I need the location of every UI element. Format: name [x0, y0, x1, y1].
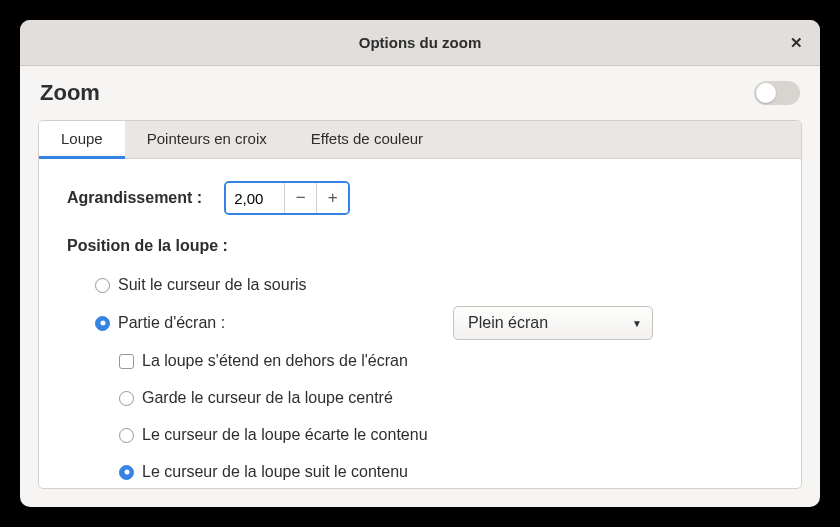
- radio-icon: [119, 428, 134, 443]
- magnification-input[interactable]: [226, 183, 284, 213]
- suboption-label: La loupe s'étend en dehors de l'écran: [142, 352, 408, 370]
- radio-icon: [95, 316, 110, 331]
- zoom-options-window: Options du zoom ✕ Zoom Loupe Pointeurs e…: [20, 20, 820, 507]
- zoom-heading: Zoom: [40, 80, 100, 106]
- suboption-follows[interactable]: Le curseur de la loupe suit le contenu: [119, 456, 773, 488]
- suboption-extends[interactable]: La loupe s'étend en dehors de l'écran: [119, 345, 773, 377]
- radio-icon: [119, 391, 134, 406]
- checkbox-icon: [119, 354, 134, 369]
- zoom-header: Zoom: [20, 66, 820, 120]
- tab-loupe[interactable]: Loupe: [39, 121, 125, 159]
- content-area: Loupe Pointeurs en croix Effets de coule…: [38, 120, 802, 489]
- panel-loupe: Agrandissement : − + Position de la loup…: [39, 159, 801, 489]
- magnification-spin: − +: [224, 181, 350, 215]
- close-icon: ✕: [790, 34, 803, 52]
- magnification-label: Agrandissement :: [67, 189, 202, 207]
- suboption-centered[interactable]: Garde le curseur de la loupe centré: [119, 382, 773, 414]
- tab-effets[interactable]: Effets de couleur: [289, 121, 445, 159]
- titlebar: Options du zoom ✕: [20, 20, 820, 66]
- magnification-decrement[interactable]: −: [284, 183, 316, 213]
- zoom-toggle[interactable]: [754, 81, 800, 105]
- close-button[interactable]: ✕: [784, 31, 808, 55]
- suboption-pushes[interactable]: Le curseur de la loupe écarte le contenu: [119, 419, 773, 451]
- tab-bar: Loupe Pointeurs en croix Effets de coule…: [39, 121, 801, 159]
- screen-part-suboptions: La loupe s'étend en dehors de l'écran Ga…: [95, 345, 773, 488]
- radio-icon: [119, 465, 134, 480]
- magnification-increment[interactable]: +: [316, 183, 348, 213]
- option-screen-part[interactable]: Partie d'écran : Plein écran ▼: [95, 306, 773, 340]
- suboption-label: Le curseur de la loupe écarte le contenu: [142, 426, 428, 444]
- option-label: Partie d'écran :: [118, 314, 225, 332]
- chevron-down-icon: ▼: [632, 318, 642, 329]
- position-options: Suit le curseur de la souris Partie d'éc…: [67, 269, 773, 488]
- position-label: Position de la loupe :: [67, 237, 773, 255]
- suboption-label: Le curseur de la loupe suit le contenu: [142, 463, 408, 481]
- suboption-label: Garde le curseur de la loupe centré: [142, 389, 393, 407]
- window-title: Options du zoom: [359, 34, 481, 51]
- screen-part-dropdown[interactable]: Plein écran ▼: [453, 306, 653, 340]
- dropdown-value: Plein écran: [468, 314, 548, 332]
- radio-icon: [95, 278, 110, 293]
- toggle-knob: [756, 83, 776, 103]
- magnification-row: Agrandissement : − +: [67, 181, 773, 215]
- option-follow-mouse[interactable]: Suit le curseur de la souris: [95, 269, 773, 301]
- tab-pointeurs[interactable]: Pointeurs en croix: [125, 121, 289, 159]
- option-label: Suit le curseur de la souris: [118, 276, 307, 294]
